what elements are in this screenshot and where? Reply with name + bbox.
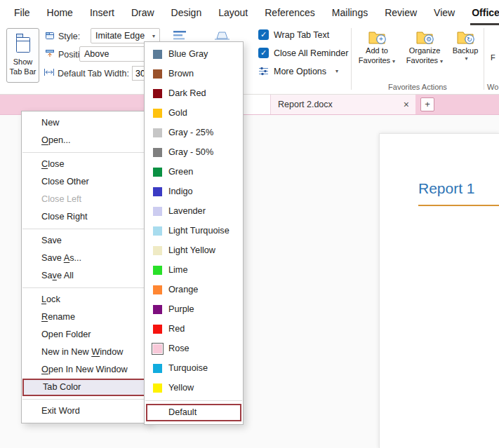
color-label: Lime: [168, 265, 188, 275]
color-item-light-yellow[interactable]: Light Yellow: [145, 240, 243, 260]
context-menu-item-open[interactable]: Open...: [22, 132, 148, 149]
position-dropdown-value: Above: [84, 49, 109, 59]
default-color-label: Default: [168, 407, 197, 417]
group-separator: [484, 28, 484, 90]
menu-tab-file[interactable]: File: [6, 0, 39, 25]
show-tab-bar-button[interactable]: Show Tab Bar: [6, 28, 39, 83]
color-item-brown[interactable]: Brown: [145, 64, 243, 83]
color-item-blue-gray[interactable]: Blue Gray: [145, 44, 243, 64]
new-tab-button[interactable]: +: [420, 97, 434, 111]
ribbon-office-tab: Show Tab Bar Style: Imitate Edge ▾ Posit…: [0, 25, 499, 95]
color-label: Green: [168, 167, 193, 177]
menubar: FileHomeInsertDrawDesignLayoutReferences…: [0, 0, 499, 25]
more-options-button[interactable]: More Options ▾: [258, 66, 338, 76]
color-item-lavender[interactable]: Lavender: [145, 201, 243, 221]
color-swatch-red: [153, 325, 162, 334]
tab-style-preview-tab-icon[interactable]: [215, 29, 230, 43]
document-page[interactable]: Report 1: [379, 133, 499, 448]
color-item-yellow[interactable]: Yellow: [145, 378, 243, 398]
svg-text:+: +: [379, 35, 383, 43]
tab-width-icon: [44, 67, 55, 77]
document-title: Report 1: [418, 180, 475, 197]
menu-tab-insert[interactable]: Insert: [81, 0, 123, 25]
color-label: Blue Gray: [168, 49, 208, 59]
svg-text:⚙: ⚙: [426, 36, 432, 43]
color-menu-list: Blue GrayBrownDark RedGoldGray - 25%Gray…: [145, 44, 243, 398]
menu-tab-design[interactable]: Design: [163, 0, 211, 25]
color-item-gold[interactable]: Gold: [145, 103, 243, 123]
context-menu-item-tab-color[interactable]: Tab Color: [22, 379, 148, 396]
context-menu-item-new-in-new-window[interactable]: New in New Window: [22, 344, 148, 361]
color-item-default[interactable]: Default: [146, 404, 241, 421]
context-menu-item-save-all[interactable]: Save All: [22, 267, 148, 285]
color-item-gray-50[interactable]: Gray - 50%: [145, 142, 243, 162]
chevron-down-icon: ▾: [440, 58, 443, 65]
color-label: Gray - 25%: [168, 128, 213, 137]
add-to-favorites-label-1: Add to: [366, 46, 388, 55]
show-tab-bar-label: Show Tab Bar: [7, 57, 39, 77]
wrap-tab-text-option[interactable]: ✓ Wrap Tab Text: [258, 29, 329, 40]
cutoff-button-label[interactable]: F: [491, 53, 495, 62]
menu-tab-references[interactable]: References: [256, 0, 324, 25]
menu-tab-mailings[interactable]: Mailings: [324, 0, 376, 25]
context-menu-item-save[interactable]: Save: [22, 232, 148, 250]
menu-tab-view[interactable]: View: [425, 0, 463, 25]
color-swatch-dark-red: [153, 89, 162, 98]
color-item-gray-25[interactable]: Gray - 25%: [145, 123, 243, 142]
color-item-orange[interactable]: Orange: [145, 280, 243, 299]
style-dropdown-value: Imitate Edge: [95, 31, 145, 41]
tab-report-2[interactable]: Report 2.docx ×: [270, 95, 415, 114]
color-item-green[interactable]: Green: [145, 162, 243, 182]
menu-tab-review[interactable]: Review: [376, 0, 425, 25]
context-menu-item-close-other[interactable]: Close Other: [22, 173, 148, 191]
context-menu-item-lock[interactable]: Lock: [22, 291, 148, 308]
color-swatch-gray-50: [153, 148, 162, 157]
checkbox-checked-icon[interactable]: ✓: [258, 48, 269, 58]
menu-tab-home[interactable]: Home: [39, 0, 81, 25]
separator: [22, 152, 148, 153]
color-swatch-lime: [153, 266, 162, 275]
style-label: Style:: [58, 32, 80, 41]
show-tab-bar-icon: [13, 33, 33, 54]
sliders-icon: [258, 66, 269, 76]
checkbox-checked-icon[interactable]: ✓: [258, 29, 269, 40]
tab-style-preview-lines-icon[interactable]: [173, 29, 188, 43]
close-tab-icon[interactable]: ×: [404, 99, 409, 110]
color-item-rose[interactable]: Rose: [145, 339, 243, 358]
context-menu-item-new[interactable]: New: [22, 114, 148, 132]
context-menu-item-exit-word[interactable]: Exit Word: [22, 402, 148, 420]
color-item-red[interactable]: Red: [145, 319, 243, 339]
color-item-light-turquoise[interactable]: Light Turquoise: [145, 221, 243, 240]
close-all-reminder-label: Close All Reminder: [274, 48, 348, 58]
color-swatch-purple: [153, 305, 162, 314]
backup-button[interactable]: ↻ Backup ▾: [450, 27, 481, 63]
color-item-indigo[interactable]: Indigo: [145, 182, 243, 201]
color-item-lime[interactable]: Lime: [145, 260, 243, 280]
word-window: FileHomeInsertDrawDesignLayoutReferences…: [0, 0, 499, 448]
context-menu-item-close[interactable]: Close: [22, 156, 148, 173]
context-menu-item-open-folder[interactable]: Open Folder: [22, 326, 148, 344]
group-separator: [351, 28, 352, 90]
organize-favorites-button[interactable]: ⚙ Organize Favorites▾: [401, 27, 448, 66]
context-menu-item-rename[interactable]: Rename: [22, 308, 148, 326]
color-item-dark-red[interactable]: Dark Red: [145, 83, 243, 103]
color-item-purple[interactable]: Purple: [145, 299, 243, 319]
context-menu-item-close-right[interactable]: Close Right: [22, 208, 148, 226]
menu-tab-draw[interactable]: Draw: [123, 0, 163, 25]
color-menu: Blue GrayBrownDark RedGoldGray - 25%Gray…: [144, 41, 244, 425]
color-label: Yellow: [168, 383, 194, 393]
color-item-turquoise[interactable]: Turquoise: [145, 358, 243, 378]
color-swatch-blue-gray: [153, 50, 162, 59]
close-all-reminder-option[interactable]: ✓ Close All Reminder: [258, 48, 348, 58]
context-menu-item-open-in-new-window[interactable]: Open In New Window: [22, 361, 148, 379]
menu-tab-layout[interactable]: Layout: [210, 0, 256, 25]
cutoff-group-label: Wo: [487, 83, 498, 91]
tab-report-2-label: Report 2.docx: [278, 100, 333, 109]
add-to-favorites-label-2: Favorites▾: [359, 55, 395, 65]
backup-label: Backup: [453, 46, 479, 55]
color-swatch-orange: [153, 285, 162, 294]
add-to-favorites-button[interactable]: + Add to Favorites▾: [355, 27, 399, 66]
menu-tab-office-tab[interactable]: Office Tab: [463, 0, 499, 25]
organize-favorites-label-1: Organize: [409, 46, 441, 55]
context-menu-item-save-as[interactable]: Save As...: [22, 250, 148, 267]
